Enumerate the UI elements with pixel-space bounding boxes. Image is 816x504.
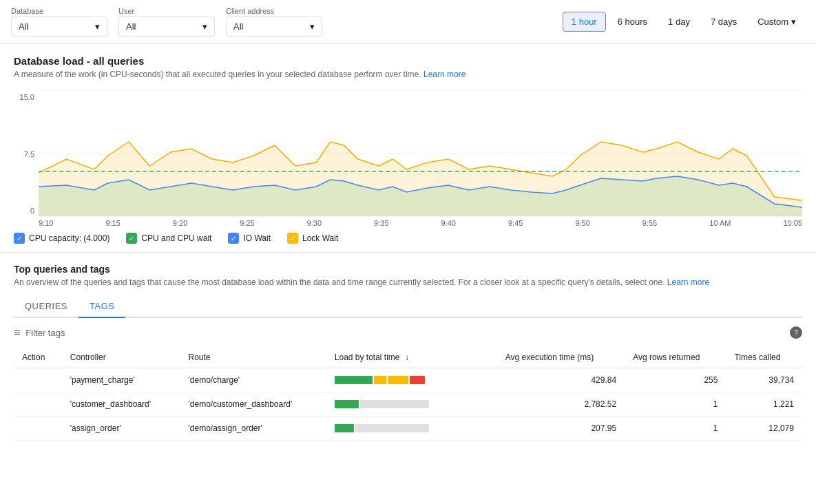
bottom-title: Top queries and tags (14, 264, 802, 275)
chart-area: 9:10 9:15 9:20 9:25 9:30 9:35 9:40 9:45 … (39, 90, 802, 227)
th-route: Route (180, 347, 326, 368)
table-row[interactable]: 'customer_dashboard' 'demo/customer_dash… (14, 392, 802, 417)
row1-bar-3 (410, 376, 425, 384)
x-label-5: 9:35 (374, 219, 388, 227)
row1-bar-1 (374, 376, 386, 384)
filter-input[interactable]: ≡ Filter tags (14, 326, 65, 339)
x-axis-labels: 9:10 9:15 9:20 9:25 9:30 9:35 9:40 9:45 … (39, 218, 802, 227)
row2-bar-1 (360, 400, 429, 408)
legend-io-wait[interactable]: ✓ IO Wait (228, 233, 271, 244)
legend-cpu-capacity-checkbox: ✓ (14, 233, 25, 244)
row1-action (14, 368, 62, 392)
row1-avg-exec: 429.84 (497, 368, 625, 392)
chart-description: A measure of the work (in CPU-seconds) t… (14, 70, 802, 79)
y-label-top: 15.0 (14, 93, 34, 101)
row2-avg-rows: 1 (625, 392, 726, 417)
th-avg-rows: Avg rows returned (625, 347, 726, 368)
th-avg-exec: Avg execution time (ms) (497, 347, 625, 368)
data-table: Action Controller Route Load by total ti… (14, 347, 802, 441)
tabs: QUERIES TAGS (14, 295, 802, 318)
user-value: All (126, 21, 136, 32)
x-label-9: 9:55 (642, 219, 657, 227)
row1-load-bars (335, 376, 459, 384)
legend-io-wait-label: IO Wait (243, 233, 271, 243)
tab-tags[interactable]: TAGS (79, 295, 125, 318)
y-label-mid: 7.5 (14, 150, 34, 158)
database-select-group: Database All ▾ (11, 7, 107, 36)
legend-cpu-capacity[interactable]: ✓ CPU capacity: (4.000) (14, 233, 109, 244)
x-label-1: 9:15 (105, 219, 120, 227)
row3-controller: 'assign_order' (62, 417, 180, 441)
user-select[interactable]: All ▾ (118, 17, 215, 36)
user-label: User (118, 7, 215, 15)
x-label-0: 9:10 (39, 219, 53, 227)
client-address-select[interactable]: All ▾ (226, 17, 322, 36)
database-value: All (19, 21, 28, 32)
filter-placeholder: Filter tags (25, 328, 65, 338)
x-label-11: 10:05 (783, 219, 802, 227)
table-row[interactable]: 'assign_order' 'demo/assign_order' 207.9… (14, 417, 802, 441)
row3-load (326, 417, 497, 441)
row1-load (326, 368, 497, 392)
row3-bar-0 (335, 424, 354, 432)
th-action: Action (14, 347, 62, 368)
row1-controller: 'payment_charge' (62, 368, 180, 392)
filter-icon: ≡ (14, 326, 20, 339)
row1-times-called: 39,734 (726, 368, 802, 392)
row1-bar-2 (388, 376, 408, 384)
filter-row: ≡ Filter tags ? (14, 326, 802, 339)
chart-svg (39, 90, 802, 218)
time-btn-7days[interactable]: 7 days (702, 12, 746, 32)
time-btn-1day[interactable]: 1 day (659, 12, 699, 32)
row1-bar-0 (335, 376, 373, 384)
client-address-select-group: Client address All ▾ (226, 7, 322, 36)
x-label-10: 10 AM (709, 219, 731, 227)
th-times-called: Times called (726, 347, 802, 368)
legend-io-wait-checkbox: ✓ (228, 233, 239, 244)
row1-avg-rows: 255 (625, 368, 726, 392)
time-btn-custom[interactable]: Custom ▾ (749, 12, 805, 32)
client-address-label: Client address (226, 7, 322, 15)
row3-bar-1 (355, 424, 429, 432)
time-btn-6hours[interactable]: 6 hours (609, 12, 656, 32)
th-load[interactable]: Load by total time ↓ (326, 347, 497, 368)
row2-avg-exec: 2,782.52 (497, 392, 625, 417)
time-range-buttons: 1 hour 6 hours 1 day 7 days Custom ▾ (563, 12, 805, 32)
row2-action (14, 392, 62, 417)
row2-load-bars (335, 400, 459, 408)
row3-avg-exec: 207.95 (497, 417, 625, 441)
bottom-learn-more-link[interactable]: Learn more (667, 277, 709, 287)
legend-cpu-capacity-label: CPU capacity: (4.000) (29, 233, 109, 243)
help-icon[interactable]: ? (790, 326, 802, 339)
y-axis-labels: 15.0 7.5 0 (14, 90, 39, 227)
bottom-description: An overview of the queries and tags that… (14, 277, 802, 287)
table-row[interactable]: 'payment_charge' 'demo/charge' 429.84 25… (14, 368, 802, 392)
client-address-chevron-icon: ▾ (310, 21, 315, 32)
legend-cpu-wait-checkbox: ✓ (126, 233, 137, 244)
custom-chevron-icon: ▾ (791, 17, 796, 27)
legend-cpu-wait[interactable]: ✓ CPU and CPU wait (126, 233, 211, 244)
time-btn-1hour[interactable]: 1 hour (563, 12, 606, 32)
row1-route: 'demo/charge' (180, 368, 326, 392)
legend-lock-wait-label: Lock Wait (302, 233, 338, 243)
row2-times-called: 1,221 (726, 392, 802, 417)
legend-lock-wait[interactable]: ✓ Lock Wait (287, 233, 338, 244)
bottom-section: Top queries and tags An overview of the … (0, 253, 816, 452)
custom-label: Custom (757, 17, 788, 27)
toolbar: Database All ▾ User All ▾ Client address… (0, 0, 816, 44)
client-address-value: All (233, 21, 243, 32)
sort-down-icon: ↓ (405, 353, 409, 362)
user-chevron-icon: ▾ (202, 21, 207, 32)
tab-queries[interactable]: QUERIES (14, 295, 79, 318)
row3-route: 'demo/assign_order' (180, 417, 326, 441)
row3-avg-rows: 1 (625, 417, 726, 441)
database-select[interactable]: All ▾ (11, 17, 107, 36)
x-label-7: 9:45 (508, 219, 523, 227)
table-header-row: Action Controller Route Load by total ti… (14, 347, 802, 368)
legend-cpu-wait-label: CPU and CPU wait (141, 233, 211, 243)
x-label-6: 9:40 (441, 219, 456, 227)
user-select-group: User All ▾ (118, 7, 215, 36)
chart-learn-more-link[interactable]: Learn more (423, 70, 465, 79)
chart-section: Database load - all queries A measure of… (0, 44, 816, 253)
row2-route: 'demo/customer_dashboard' (180, 392, 326, 417)
